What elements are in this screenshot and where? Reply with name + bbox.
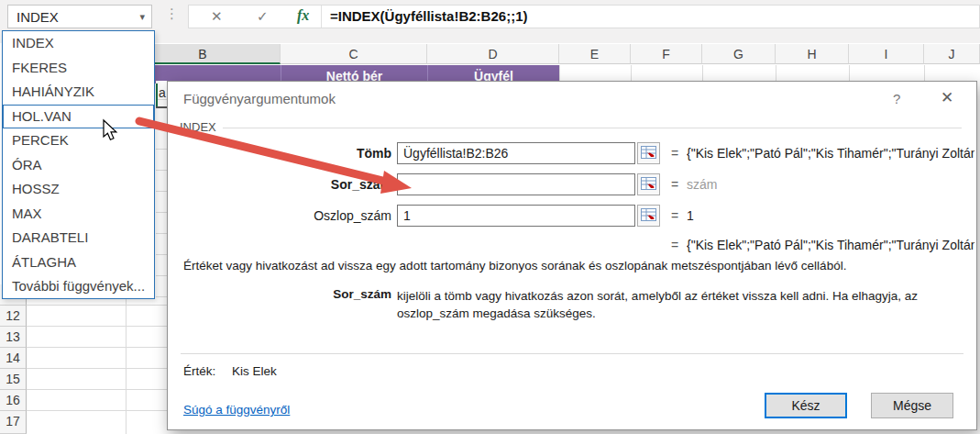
equals-sign: = xyxy=(671,177,678,192)
grid-cell xyxy=(631,65,703,81)
tomb-label: Tömb xyxy=(168,146,391,161)
overall-result: {"Kis Elek";"Pató Pál";"Kis Tihamér";"Tu… xyxy=(687,238,974,252)
param-name: Sor_szám xyxy=(168,287,391,301)
grid-cell xyxy=(776,65,850,81)
divider xyxy=(181,353,963,354)
collapse-dialog-button[interactable] xyxy=(637,142,660,164)
function-description: Értéket vagy hivatkozást ad vissza egy a… xyxy=(183,259,958,273)
grid-cell xyxy=(849,65,925,81)
grid-cell xyxy=(702,65,776,81)
row-header[interactable]: 17 xyxy=(0,411,27,434)
tomb-input[interactable] xyxy=(397,142,635,164)
grid-cell xyxy=(924,65,980,81)
sheet-strip: a xyxy=(156,81,167,299)
column-header-i[interactable]: I xyxy=(849,44,924,64)
range-picker-icon xyxy=(641,146,656,159)
argument-row-sor-szam: Sor_szám = szám xyxy=(168,173,976,197)
formula-bar-panel: ✕ ✓ fx =INDEX(Ügyféllista!B2:B26;;1) xyxy=(188,5,980,28)
cancel-entry-icon[interactable]: ✕ xyxy=(211,8,223,25)
dropdown-item-index[interactable]: INDEX xyxy=(3,31,154,56)
function-name-label: INDEX xyxy=(180,120,216,134)
dropdown-item-fkeres[interactable]: FKERES xyxy=(3,56,154,81)
cancel-button[interactable]: Mégse xyxy=(871,393,953,418)
divider xyxy=(223,128,962,128)
dropdown-item-hahianyzik[interactable]: HAHIÁNYZIK xyxy=(3,80,154,105)
sor-szam-input[interactable] xyxy=(397,173,635,195)
equals-sign: = xyxy=(671,146,678,161)
divider xyxy=(321,6,322,28)
overall-result-row: = {"Kis Elek";"Pató Pál";"Kis Tihamér";"… xyxy=(168,234,976,258)
name-box[interactable]: INDEX ▾ xyxy=(7,5,152,28)
equals-sign: = xyxy=(671,208,678,223)
name-box-dropdown: INDEX FKERES HAHIÁNYZIK HOL.VAN PERCEK Ó… xyxy=(2,30,155,299)
sor-szam-result: szám xyxy=(687,177,974,192)
argument-row-tomb: Tömb = {"Kis Elek";"Pató Pál";"Kis Tiham… xyxy=(168,142,976,166)
grid-cell xyxy=(559,65,632,81)
dialog-title: Függvényargumentumok xyxy=(183,91,336,106)
row-header[interactable]: 14 xyxy=(0,348,27,369)
column-header-j[interactable]: J xyxy=(924,44,980,64)
close-icon[interactable]: ✕ xyxy=(941,88,953,107)
oszlop-szam-input[interactable] xyxy=(397,205,635,227)
formula-bar-text[interactable]: =INDEX(Ügyféllista!B2:B26;;1) xyxy=(330,8,527,24)
row-header[interactable]: 12 xyxy=(0,306,27,327)
sor-szam-label: Sor_szám xyxy=(168,177,391,192)
grid-strip xyxy=(559,65,980,81)
column-header-f[interactable]: F xyxy=(631,44,702,64)
row-header[interactable]: 15 xyxy=(0,369,27,390)
dropdown-item-ora[interactable]: ÓRA xyxy=(3,153,154,178)
column-header-c[interactable]: C xyxy=(281,44,427,64)
function-arguments-dialog: Függvényargumentumok ? ✕ INDEX Tömb = {"… xyxy=(167,81,977,430)
range-picker-icon xyxy=(641,177,656,190)
result-value-label: Érték: xyxy=(183,364,215,378)
oszlop-szam-result: 1 xyxy=(687,208,974,223)
collapse-dialog-button[interactable] xyxy=(637,173,660,195)
help-icon[interactable]: ? xyxy=(893,91,900,106)
result-value: Kis Elek xyxy=(232,364,277,378)
dropdown-item-max[interactable]: MAX xyxy=(3,202,154,227)
dropdown-item-holvan[interactable]: HOL.VAN xyxy=(3,105,154,129)
partial-cell-text: a xyxy=(159,85,166,100)
dropdown-item-percek[interactable]: PERCEK xyxy=(3,128,154,153)
row-header[interactable]: 16 xyxy=(0,390,27,411)
dropdown-item-darabteli[interactable]: DARABTELI xyxy=(3,226,154,250)
drag-handle-icon: ⋮ xyxy=(165,6,177,22)
param-help-text: kijelöli a tömb vagy hivatkozás azon sor… xyxy=(397,287,960,322)
dropdown-item-atlagha[interactable]: ÁTLAGHA xyxy=(3,250,154,275)
dropdown-item-hossz[interactable]: HOSSZ xyxy=(3,177,154,202)
oszlop-szam-label: Oszlop_szám xyxy=(168,208,391,223)
selection-border xyxy=(156,83,158,106)
chevron-down-icon[interactable]: ▾ xyxy=(139,11,145,23)
column-header-d[interactable]: D xyxy=(427,44,559,64)
equals-sign: = xyxy=(671,238,678,252)
argument-row-oszlop-szam: Oszlop_szám = 1 xyxy=(168,205,976,228)
cell-border xyxy=(156,106,167,108)
dropdown-item-tovabbi-fuggvenyek[interactable]: További függvények... xyxy=(3,274,154,299)
column-header-g[interactable]: G xyxy=(702,44,776,64)
column-header-e[interactable]: E xyxy=(559,44,631,64)
tomb-result: {"Kis Elek";"Pató Pál";"Kis Tihamér";"Tu… xyxy=(687,146,974,161)
sheet-grid: 11 12 13 14 15 16 17 xyxy=(0,284,167,434)
range-picker-icon xyxy=(641,208,656,221)
column-header-h[interactable]: H xyxy=(776,44,849,64)
confirm-entry-icon[interactable]: ✓ xyxy=(257,8,269,25)
collapse-dialog-button[interactable] xyxy=(637,205,660,227)
insert-function-icon[interactable]: fx xyxy=(297,7,309,24)
row-header[interactable]: 13 xyxy=(0,327,27,348)
ok-button[interactable]: Kész xyxy=(765,393,847,418)
function-help-link[interactable]: Súgó a függvényről xyxy=(183,403,290,417)
name-box-value: INDEX xyxy=(17,9,59,25)
excel-window: INDEX ▾ ⋮ ✕ ✓ fx =INDEX(Ügyféllista!B2:B… xyxy=(0,0,980,434)
